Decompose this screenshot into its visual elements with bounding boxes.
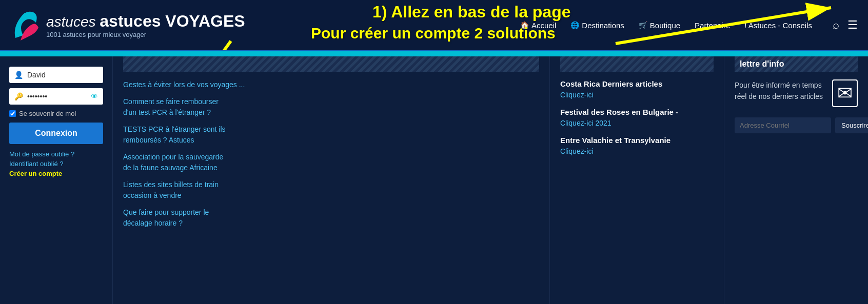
globe-icon: 🌐 (570, 21, 579, 29)
user-icon: 👤 (14, 71, 23, 79)
logo-title: astuces astuces VOYAGES (46, 12, 245, 31)
newsletter-subscribe-button[interactable]: Souscrire (835, 117, 868, 133)
newsletter-body: Pour être informé en temps réel de nos d… (735, 79, 858, 107)
forgot-password-link[interactable]: Mot de passe oublié ? (9, 150, 103, 158)
logo-text-area: astuces astuces VOYAGES 1001 astuces pou… (46, 12, 245, 38)
remember-checkbox[interactable] (9, 110, 16, 117)
article-link-2[interactable]: TESTS PCR à l'étranger sont ilsremboursé… (123, 124, 539, 146)
dest-title-1: Festival des Roses en Bulgarie - (560, 108, 714, 116)
connexion-button[interactable]: Connexion (9, 123, 103, 144)
search-icon[interactable]: ⌕ (833, 18, 839, 32)
shop-icon: 🛒 (639, 21, 647, 29)
dest-title-0: Costa Rica Derniers articles (560, 79, 714, 88)
username-input-wrap: 👤 (9, 67, 103, 83)
article-link-0[interactable]: Gestes à éviter lors de vos voyages ... (123, 79, 539, 90)
create-account-link[interactable]: Créer un compte (9, 170, 103, 177)
home-icon: 🏠 (520, 21, 529, 29)
menu-icon[interactable]: ☰ (847, 19, 858, 31)
article-link-5[interactable]: Que faire pour supporter ledécalage hora… (123, 207, 539, 229)
articles-header-bar (123, 56, 539, 72)
logo-area: astuces astuces VOYAGES 1001 astuces pou… (10, 7, 245, 43)
annotation-main: 1) Allez en bas de la page (372, 3, 571, 22)
login-panel: 👤 🔑 👁 Se souvenir de moi Connexion Mot d… (0, 56, 113, 304)
lock-icon: 🔑 (14, 92, 23, 100)
destinations-header-bar (560, 56, 714, 72)
cyan-divider (0, 51, 868, 56)
dest-item-0: Costa Rica Derniers articles Cliquez-ici (560, 79, 714, 99)
nav-astuces[interactable]: ! Astuces - Conseils (744, 21, 812, 30)
nav-boutique[interactable]: 🛒 Boutique (639, 21, 680, 30)
nav-accueil[interactable]: 🏠 Accueil (520, 21, 556, 30)
header-icons: ⌕ ☰ (833, 18, 858, 32)
dest-link-2[interactable]: Cliquez-ici (560, 147, 594, 155)
logo-subtitle: 1001 astuces pour mieux voyager (46, 31, 245, 38)
dest-item-1: Festival des Roses en Bulgarie - Cliquez… (560, 108, 714, 128)
remember-row: Se souvenir de moi (9, 110, 103, 117)
main-content: 👤 🔑 👁 Se souvenir de moi Connexion Mot d… (0, 56, 868, 304)
header: astuces astuces VOYAGES 1001 astuces pou… (0, 0, 868, 51)
nav-destinations[interactable]: 🌐 Destinations (570, 21, 624, 30)
newsletter-description: Pour être informé en temps réel de nos d… (735, 79, 827, 103)
forgot-id-link[interactable]: Identifiant oublié ? (9, 160, 103, 168)
remember-label: Se souvenir de moi (19, 110, 76, 117)
password-input-wrap: 🔑 👁 (9, 88, 103, 105)
main-nav: 🏠 Accueil 🌐 Destinations 🛒 Boutique Part… (520, 21, 812, 30)
newsletter-form: Souscrire (735, 117, 858, 133)
dest-link-1[interactable]: Cliquez-ici 2021 (560, 119, 611, 127)
articles-panel: Gestes à éviter lors de vos voyages ... … (113, 56, 550, 304)
login-links: Mot de passe oublié ? Identifiant oublié… (9, 150, 103, 177)
newsletter-panel: lettre d'info Pour être informé en temps… (724, 56, 868, 304)
nav-partenaire[interactable]: Partenaire (695, 21, 730, 30)
newsletter-email-input[interactable] (735, 117, 831, 133)
password-input[interactable] (27, 92, 87, 100)
newsletter-header-bar: lettre d'info (735, 56, 858, 72)
logo-icon (10, 7, 41, 43)
dest-title-2: Entre Valachie et Transylvanie (560, 136, 714, 145)
article-link-3[interactable]: Association pour la sauvegardede la faun… (123, 152, 539, 173)
article-link-4[interactable]: Listes des sites billets de trainoccasio… (123, 179, 539, 201)
eye-icon[interactable]: 👁 (91, 92, 98, 100)
envelope-icon: ✉ (832, 79, 858, 107)
article-link-1[interactable]: Comment se faire rembourserd'un test PCR… (123, 96, 539, 118)
destinations-panel: Costa Rica Derniers articles Cliquez-ici… (550, 56, 724, 304)
dest-link-0[interactable]: Cliquez-ici (560, 91, 594, 99)
username-input[interactable] (27, 71, 98, 79)
dest-item-2: Entre Valachie et Transylvanie Cliquez-i… (560, 136, 714, 156)
newsletter-title: lettre d'info (740, 59, 784, 69)
annotation-sub: Pour créer un compte 2 solutions (311, 25, 556, 42)
